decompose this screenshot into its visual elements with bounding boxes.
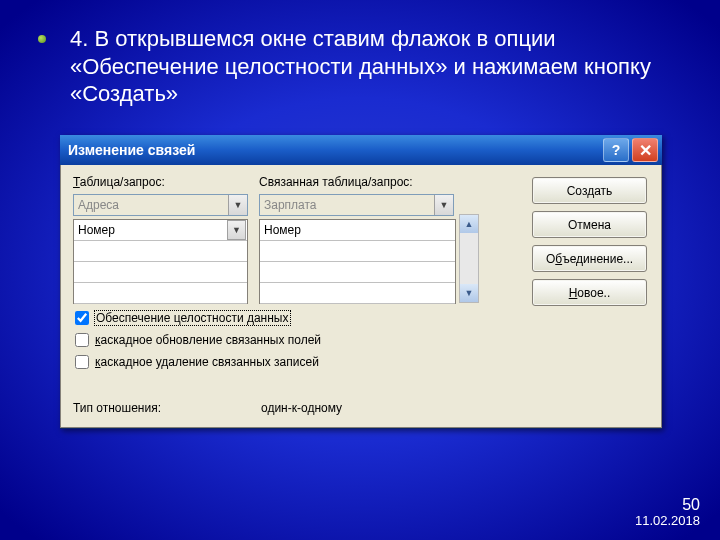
- source-fields-grid[interactable]: Номер ▼: [73, 219, 248, 304]
- join-button[interactable]: Объединение...: [532, 245, 647, 272]
- chevron-down-icon[interactable]: ▼: [227, 220, 246, 240]
- titlebar[interactable]: Изменение связей ? ✕: [60, 135, 662, 165]
- cascade-delete-option[interactable]: каскадное удаление связанных записей: [73, 351, 383, 373]
- cascade-delete-label: каскадное удаление связанных записей: [94, 355, 320, 369]
- related-table-value: Зарплата: [264, 198, 434, 212]
- scroll-down-icon[interactable]: ▼: [460, 284, 478, 302]
- relation-type-label: Тип отношения:: [73, 401, 161, 415]
- related-fields-grid[interactable]: Номер: [259, 219, 456, 304]
- related-field-value: Номер: [264, 223, 453, 237]
- scroll-up-icon[interactable]: ▲: [460, 215, 478, 233]
- relation-type-value: один-к-одному: [261, 401, 342, 415]
- grid-scrollbar[interactable]: ▲ ▼: [459, 214, 479, 303]
- grid-row[interactable]: Номер ▼: [74, 220, 247, 241]
- integrity-option[interactable]: Обеспечение целостности данных: [73, 307, 383, 329]
- grid-row[interactable]: Номер: [260, 220, 455, 241]
- chevron-down-icon: ▼: [434, 195, 453, 215]
- options-group: Обеспечение целостности данных каскадное…: [73, 307, 383, 373]
- button-column: Создать Отмена Объединение... Новое..: [532, 177, 647, 313]
- cascade-update-option[interactable]: каскадное обновление связанных полей: [73, 329, 383, 351]
- related-table-query-label: Связанная таблица/запрос:: [259, 175, 479, 190]
- source-field-value: Номер: [78, 223, 227, 237]
- cascade-update-label: каскадное обновление связанных полей: [94, 333, 322, 347]
- dialog-title: Изменение связей: [68, 142, 600, 158]
- grid-row[interactable]: [260, 262, 455, 283]
- help-button[interactable]: ?: [603, 138, 629, 162]
- source-table-combo[interactable]: Адреса ▼: [73, 194, 248, 216]
- close-button[interactable]: ✕: [632, 138, 658, 162]
- instruction-text: 4. В открывшемся окне ставим флажок в оп…: [70, 25, 660, 108]
- scroll-track[interactable]: [460, 233, 478, 284]
- cascade-update-checkbox[interactable]: [75, 333, 89, 347]
- cascade-delete-checkbox[interactable]: [75, 355, 89, 369]
- chevron-down-icon: ▼: [228, 195, 247, 215]
- source-table-value: Адреса: [78, 198, 228, 212]
- integrity-checkbox[interactable]: [75, 311, 89, 325]
- close-icon: ✕: [639, 141, 652, 160]
- related-table-combo[interactable]: Зарплата ▼: [259, 194, 454, 216]
- grid-row[interactable]: [74, 262, 247, 283]
- bullet-icon: [38, 35, 46, 43]
- grid-row[interactable]: [74, 241, 247, 262]
- integrity-label: Обеспечение целостности данных: [94, 310, 291, 326]
- slide: 4. В открывшемся окне ставим флажок в оп…: [0, 0, 720, 540]
- slide-date: 11.02.2018: [635, 514, 700, 528]
- create-button[interactable]: Создать: [532, 177, 647, 204]
- page-number: 50: [635, 496, 700, 514]
- new-button[interactable]: Новое..: [532, 279, 647, 306]
- related-column: Связанная таблица/запрос: Зарплата ▼ Ном…: [259, 175, 479, 304]
- grid-row[interactable]: [74, 283, 247, 304]
- slide-footer: 50 11.02.2018: [635, 496, 700, 528]
- edit-relationships-dialog: Изменение связей ? ✕ Таблица/запрос: Адр…: [60, 135, 662, 429]
- dialog-body: Таблица/запрос: Адреса ▼ Номер ▼ Связанн…: [60, 165, 662, 428]
- table-query-label: Таблица/запрос:: [73, 175, 248, 190]
- grid-row[interactable]: [260, 241, 455, 262]
- grid-row[interactable]: [260, 283, 455, 304]
- source-column: Таблица/запрос: Адреса ▼ Номер ▼: [73, 175, 248, 304]
- cancel-button[interactable]: Отмена: [532, 211, 647, 238]
